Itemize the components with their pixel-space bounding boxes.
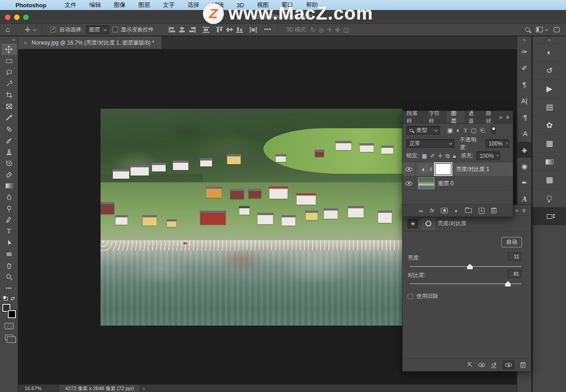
share-icon[interactable] — [554, 27, 560, 32]
app-menu[interactable]: Photoshop — [15, 2, 46, 9]
layer-row-adjustment[interactable]: ◐ 8 亮度/对比度 1 — [403, 162, 513, 176]
pen-tool[interactable] — [1, 214, 17, 226]
layer-mask-thumbnail[interactable] — [435, 163, 451, 175]
path-selection-tool[interactable] — [1, 237, 17, 248]
brush-settings-panel-icon[interactable]: ✑ — [517, 43, 531, 60]
use-legacy-checkbox[interactable] — [408, 294, 413, 299]
new-group-icon[interactable] — [465, 208, 472, 213]
move-tool[interactable] — [1, 44, 17, 55]
tab-paths[interactable]: 路径 — [482, 111, 499, 123]
clip-to-layer-icon[interactable]: ⇱ — [467, 362, 472, 368]
auto-select-checkbox[interactable] — [51, 27, 56, 32]
brightness-value-input[interactable]: 11 — [508, 252, 521, 261]
lock-transparent-icon[interactable]: ▩ — [422, 153, 427, 159]
rectangular-marquee-tool[interactable] — [1, 55, 17, 66]
collapse-dock-icon[interactable]: « — [517, 36, 531, 43]
adjustments-panel-icon[interactable]: ◐ — [533, 43, 566, 61]
menu-image[interactable]: 图像 — [107, 1, 132, 9]
distribute-horizontal-icon[interactable] — [202, 27, 209, 33]
align-middle-vertical-icon[interactable] — [226, 27, 233, 33]
lasso-tool[interactable] — [1, 66, 17, 78]
filter-toggle-switch[interactable] — [491, 126, 496, 135]
quick-mask-button[interactable] — [5, 323, 14, 329]
auto-select-dropdown[interactable]: 图层 — [86, 25, 109, 34]
character-styles-panel-icon[interactable]: A — [517, 125, 531, 141]
learn-panel-icon[interactable] — [533, 189, 566, 207]
gradients-panel-icon[interactable] — [533, 152, 566, 171]
brush-tool[interactable] — [1, 135, 17, 146]
lock-artboard-icon[interactable]: ⧉ — [446, 153, 450, 159]
mask-link-icon[interactable]: 8 — [430, 166, 432, 172]
delete-layer-icon[interactable] — [491, 208, 496, 213]
mask-target-icon[interactable] — [422, 218, 435, 229]
move-tool-preset-icon[interactable]: ✛ — [25, 26, 30, 33]
layer-thumbnail[interactable] — [418, 177, 435, 189]
layer-style-icon[interactable]: fx — [430, 207, 434, 214]
panel-menu-icon[interactable]: ≡ — [506, 114, 509, 121]
rectangle-tool[interactable] — [1, 248, 17, 260]
tool-preset-chevron-icon[interactable] — [33, 28, 36, 31]
toggle-visibility-button[interactable] — [502, 360, 515, 370]
panel-menu-icon[interactable]: ≡ — [522, 207, 526, 214]
channels-panel-icon[interactable]: ◉ — [517, 158, 531, 174]
object-selection-tool[interactable] — [1, 78, 17, 89]
delete-adjustment-icon[interactable] — [521, 362, 526, 368]
color-panel-icon[interactable]: ✿ — [533, 116, 566, 134]
contrast-slider-thumb[interactable] — [505, 281, 511, 286]
dodge-tool[interactable] — [1, 203, 17, 214]
layer-row-image[interactable]: 图层 0 — [403, 176, 513, 191]
canvas-image[interactable] — [101, 109, 402, 326]
brushes-panel-icon[interactable]: ✐ — [517, 60, 531, 76]
crop-tool[interactable] — [1, 89, 17, 101]
edit-toolbar-button[interactable]: ••• — [1, 282, 17, 294]
paragraph-panel-icon[interactable]: ¶ — [517, 76, 531, 92]
eyedropper-tool[interactable] — [1, 112, 17, 123]
align-bottom-icon[interactable] — [236, 27, 243, 33]
zoom-level-field[interactable]: 16.67% — [18, 386, 48, 391]
more-align-options-icon[interactable]: ••• — [264, 26, 272, 33]
lock-position-icon[interactable]: ✛ — [438, 153, 443, 159]
swatches-panel-icon[interactable]: ▦ — [533, 134, 566, 152]
align-left-icon[interactable] — [169, 27, 176, 33]
zoom-tool[interactable] — [1, 271, 17, 282]
brightness-slider[interactable] — [409, 266, 521, 267]
background-color-swatch[interactable] — [8, 310, 16, 318]
menu-layer[interactable]: 图层 — [132, 1, 157, 9]
link-layers-icon[interactable]: ∞ — [419, 207, 423, 214]
filter-type-dropdown[interactable]: 类型 — [406, 126, 440, 135]
libraries-panel-icon[interactable]: ▤ — [533, 98, 566, 116]
layers-panel-icon[interactable]: ◈ — [517, 141, 531, 158]
hand-tool[interactable] — [1, 260, 17, 271]
properties-panel-icon[interactable] — [533, 207, 566, 225]
menu-type[interactable]: 文字 — [157, 1, 181, 9]
actions-panel-icon[interactable]: ▶ — [533, 80, 566, 98]
adjustment-layer-icon[interactable]: ◐ — [419, 165, 429, 174]
toolbar-expand-icon[interactable]: » — [0, 36, 18, 44]
tab-layers[interactable]: 图层 — [447, 111, 464, 123]
menu-select[interactable]: 选择 — [181, 1, 206, 9]
add-mask-icon[interactable] — [441, 208, 448, 213]
filter-type-layers-icon[interactable]: T — [464, 127, 467, 134]
blend-mode-dropdown[interactable]: 正常 — [406, 139, 455, 148]
brightness-contrast-icon[interactable]: ☀ — [407, 218, 419, 229]
frame-tool[interactable] — [1, 101, 17, 112]
align-right-icon[interactable] — [189, 27, 196, 33]
align-center-horizontal-icon[interactable] — [179, 27, 186, 33]
swap-colors-icon[interactable]: ⇄ — [10, 296, 15, 302]
visibility-eye-icon[interactable] — [405, 181, 412, 186]
patterns-panel-icon[interactable]: ▩ — [533, 171, 566, 189]
menu-filter[interactable]: 滤镜 — [206, 1, 230, 9]
type-tool[interactable]: T — [1, 226, 17, 237]
gradient-tool[interactable] — [1, 180, 17, 191]
paragraph-styles-panel-icon[interactable]: ¶ — [517, 109, 531, 125]
history-brush-tool[interactable] — [1, 157, 17, 169]
collapse-panel-icon[interactable]: » — [515, 207, 518, 214]
status-options-chevron-icon[interactable]: › — [143, 386, 145, 391]
reset-adjustment-icon[interactable]: ↺ — [491, 362, 496, 368]
spot-healing-brush-tool[interactable] — [1, 123, 17, 135]
character-panel-icon[interactable]: A| — [517, 92, 531, 109]
collapse-dock-icon[interactable]: « — [533, 36, 566, 43]
contrast-value-input[interactable]: 81 — [508, 270, 521, 278]
new-layer-icon[interactable]: + — [479, 208, 485, 214]
screen-mode-button[interactable] — [5, 335, 13, 340]
